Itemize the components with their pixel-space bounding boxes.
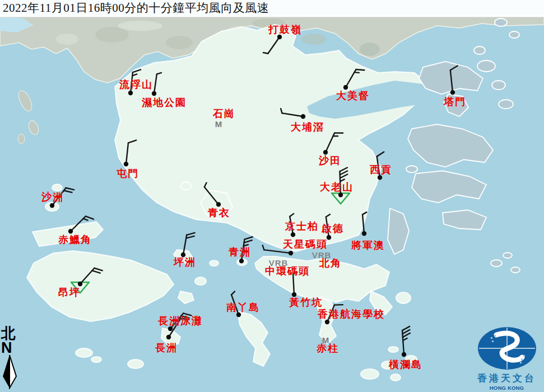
hko-logo-icon [469,326,544,371]
wind-map: 打鼓嶺流浮山濕地公園石崗M大美督塔門大埔滘沙田西貢大老山屯門沙洲赤鱲角青衣青洲京… [0,0,544,392]
hko-name-en: HONG KONG OBSERVATORY [469,385,544,392]
title-bar: 2022年11月01日16時00分的十分鐘平均風向及風速 [0,0,544,17]
north-label-letter: N [1,341,21,354]
hko-logo: 香港天文台 HONG KONG OBSERVATORY [469,326,544,391]
hko-name-cn: 香港天文台 [469,372,544,385]
north-arrow-icon [2,354,20,389]
north-compass: 北 N [1,326,21,389]
map-title: 2022年11月01日16時00分的十分鐘平均風向及風速 [0,0,544,16]
base-map [0,0,544,392]
